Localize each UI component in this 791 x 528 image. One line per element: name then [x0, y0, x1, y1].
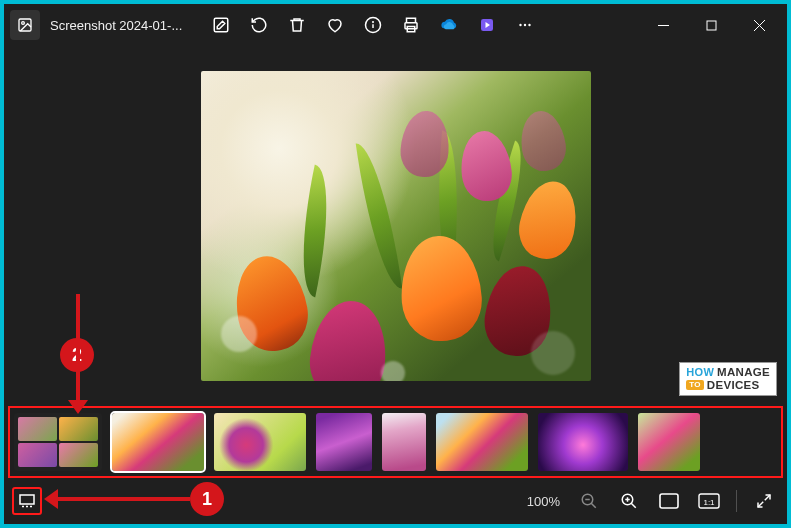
- svg-text:1:1: 1:1: [703, 498, 715, 507]
- svg-rect-16: [20, 495, 34, 504]
- clipchamp-button[interactable]: [470, 8, 504, 42]
- filmstrip-thumb-current[interactable]: [112, 413, 204, 471]
- zoom-in-button[interactable]: [612, 484, 646, 518]
- svg-point-9: [520, 24, 522, 26]
- filmstrip-thumb-grid[interactable]: [14, 413, 102, 471]
- svg-rect-13: [707, 21, 716, 30]
- filmstrip-thumb[interactable]: [638, 413, 700, 471]
- minimize-button[interactable]: [641, 9, 685, 41]
- svg-point-1: [22, 22, 25, 25]
- file-title: Screenshot 2024-01-...: [44, 18, 194, 33]
- watermark-manage: MANAGE: [717, 367, 770, 379]
- filmstrip-thumb[interactable]: [316, 413, 372, 471]
- filmstrip: [8, 406, 783, 478]
- zoom-level-label: 100%: [527, 494, 560, 509]
- titlebar: Screenshot 2024-01-...: [4, 4, 787, 46]
- filmstrip-toggle-button[interactable]: [12, 487, 42, 515]
- close-button[interactable]: [737, 9, 781, 41]
- svg-point-11: [529, 24, 531, 26]
- print-button[interactable]: [394, 8, 428, 42]
- bottom-toolbar: 100% 1:1: [4, 478, 787, 524]
- svg-line-31: [765, 495, 770, 500]
- watermark-devices: DEVICES: [707, 380, 760, 392]
- filmstrip-thumb[interactable]: [436, 413, 528, 471]
- svg-rect-2: [215, 18, 229, 32]
- filmstrip-thumb[interactable]: [214, 413, 306, 471]
- actual-size-button[interactable]: 1:1: [692, 484, 726, 518]
- more-button[interactable]: [508, 8, 542, 42]
- favorite-button[interactable]: [318, 8, 352, 42]
- rotate-button[interactable]: [242, 8, 276, 42]
- svg-point-10: [524, 24, 526, 26]
- app-icon[interactable]: [10, 10, 40, 40]
- filmstrip-thumb[interactable]: [382, 413, 426, 471]
- divider: [736, 490, 737, 512]
- top-toolbar: [204, 8, 542, 42]
- edit-button[interactable]: [204, 8, 238, 42]
- svg-rect-27: [660, 494, 678, 508]
- watermark-logo: HOW MANAGE TO DEVICES: [679, 362, 777, 396]
- svg-line-30: [758, 502, 763, 507]
- image-viewport[interactable]: HOW MANAGE TO DEVICES: [4, 46, 787, 406]
- svg-point-5: [373, 22, 374, 23]
- watermark-to: TO: [686, 380, 704, 390]
- fit-to-window-button[interactable]: [652, 484, 686, 518]
- svg-line-24: [631, 503, 636, 508]
- svg-line-21: [591, 503, 596, 508]
- watermark-how: HOW: [686, 367, 714, 378]
- photos-app-window: Screenshot 2024-01-...: [4, 4, 787, 524]
- delete-button[interactable]: [280, 8, 314, 42]
- zoom-out-button[interactable]: [572, 484, 606, 518]
- onedrive-button[interactable]: [432, 8, 466, 42]
- current-photo: [201, 71, 591, 381]
- fullscreen-button[interactable]: [747, 484, 781, 518]
- info-button[interactable]: [356, 8, 390, 42]
- maximize-button[interactable]: [689, 9, 733, 41]
- filmstrip-thumb[interactable]: [538, 413, 628, 471]
